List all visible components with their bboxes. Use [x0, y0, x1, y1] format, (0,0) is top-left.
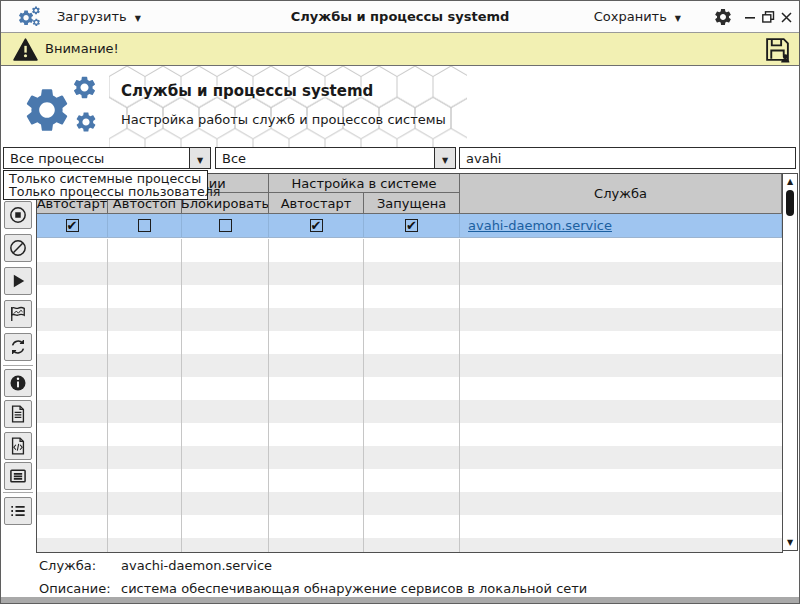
start-service-button[interactable] — [4, 267, 32, 295]
list-icon — [8, 501, 28, 521]
block-service-button[interactable] — [4, 234, 32, 262]
search-input[interactable]: avahi — [459, 147, 796, 169]
titlebar: Загрузить Службы и процессы systemd Сохр… — [1, 1, 799, 33]
chevron-down-icon — [197, 151, 203, 166]
app-window: Загрузить Службы и процессы systemd Сохр… — [0, 0, 800, 604]
app-gears-icon — [17, 5, 45, 29]
scrollbar-thumb[interactable] — [786, 190, 794, 216]
process-filter-combo[interactable]: Все процессы — [3, 147, 211, 169]
cell-autostart: ✔ — [37, 214, 108, 237]
warning-text: Внимание! — [45, 41, 119, 56]
description-label: Описание: — [39, 581, 111, 596]
flag-icon — [8, 304, 28, 324]
search-input-value: avahi — [466, 151, 501, 166]
autostop-checkbox[interactable] — [138, 219, 151, 232]
save-config-floppy-icon[interactable] — [764, 36, 791, 63]
block-checkbox[interactable] — [219, 219, 232, 232]
service-value: avachi-daemon.service — [121, 558, 272, 573]
maximize-button[interactable] — [761, 10, 775, 24]
column-header-running: Запущена — [364, 193, 460, 214]
chevron-down-icon — [442, 151, 448, 166]
services-table: Доступные операции Настройка в системе С… — [36, 173, 783, 553]
code-file-icon — [8, 436, 28, 456]
banner-gears-logo — [19, 74, 111, 138]
state-filter-value: Все — [216, 148, 434, 168]
play-icon — [8, 271, 28, 291]
chevron-down-icon — [135, 9, 141, 24]
cell-block — [182, 214, 269, 237]
minimize-button[interactable] — [743, 10, 757, 24]
unit-file-button[interactable] — [4, 400, 32, 428]
save-button[interactable]: Сохранить — [594, 1, 681, 32]
settings-gear-icon[interactable] — [713, 7, 733, 27]
dropdown-option-user-processes[interactable]: Только процессы пользователя — [4, 185, 207, 198]
table-row-selected[interactable]: ✔ ✔ ✔ avahi-daemon.service — [37, 214, 782, 238]
banner-subtitle: Настройка работы служб и процессов систе… — [121, 112, 446, 127]
toolbar-separator — [3, 492, 33, 493]
load-button-label: Загрузить — [57, 9, 127, 24]
grid-line — [363, 239, 364, 552]
save-button-label: Сохранить — [594, 9, 667, 24]
stop-service-button[interactable] — [4, 201, 32, 229]
info-button[interactable] — [4, 369, 32, 397]
vertical-scrollbar[interactable]: ▲ ▼ — [782, 173, 798, 551]
service-link[interactable]: avahi-daemon.service — [468, 218, 612, 233]
load-button[interactable]: Загрузить — [57, 1, 141, 32]
warning-bar: Внимание! — [1, 33, 799, 66]
document-icon — [8, 404, 28, 424]
journal-button[interactable] — [4, 462, 32, 490]
cell-system-autostart: ✔ — [269, 214, 364, 237]
list-view-button[interactable] — [4, 497, 32, 525]
system-autostart-checkbox[interactable]: ✔ — [310, 219, 323, 232]
scroll-up-arrow-icon[interactable]: ▲ — [783, 177, 797, 186]
window-bottom-edge — [1, 597, 799, 603]
cell-running: ✔ — [364, 214, 460, 237]
chevron-down-icon — [675, 9, 681, 24]
combo-dropdown-button[interactable] — [189, 148, 210, 168]
combo-dropdown-button[interactable] — [434, 148, 455, 168]
banner: Службы и процессы systemd Настройка рабо… — [1, 66, 799, 147]
close-button[interactable] — [779, 10, 793, 24]
toolbar-separator — [3, 365, 33, 366]
refresh-icon — [8, 337, 28, 357]
scroll-down-arrow-icon[interactable]: ▼ — [783, 538, 797, 547]
description-value: система обеспечивающая обнаружение серви… — [121, 581, 587, 596]
process-filter-dropdown-list: Только системные процессы Только процесс… — [3, 170, 208, 200]
grid-line — [181, 239, 182, 552]
console-icon — [8, 466, 28, 486]
grid-line — [268, 239, 269, 552]
state-filter-combo[interactable]: Все — [215, 147, 456, 169]
autostart-checkbox[interactable]: ✔ — [66, 219, 79, 232]
hexagon-pattern — [109, 66, 467, 147]
refresh-button[interactable] — [4, 333, 32, 361]
grid-line — [107, 239, 108, 552]
cell-service: avahi-daemon.service — [460, 214, 782, 237]
process-filter-value: Все процессы — [4, 148, 189, 168]
group-header-system-settings: Настройка в системе — [269, 174, 460, 193]
table-empty-rows — [37, 239, 782, 552]
running-checkbox[interactable]: ✔ — [405, 219, 418, 232]
unit-source-button[interactable] — [4, 432, 32, 460]
column-header-system-autostart: Автостарт — [269, 193, 364, 214]
info-icon — [8, 373, 28, 393]
block-icon — [8, 238, 28, 258]
flag-service-button[interactable] — [4, 300, 32, 328]
grid-line — [459, 239, 460, 552]
warning-triangle-icon — [13, 38, 38, 61]
stop-icon — [8, 205, 28, 225]
service-label: Служба: — [39, 558, 96, 573]
column-header-service: Служба — [460, 174, 782, 214]
banner-title: Службы и процессы systemd — [121, 82, 373, 100]
cell-autostop — [108, 214, 182, 237]
details-panel: Служба: avachi-daemon.service Описание: … — [1, 551, 799, 598]
